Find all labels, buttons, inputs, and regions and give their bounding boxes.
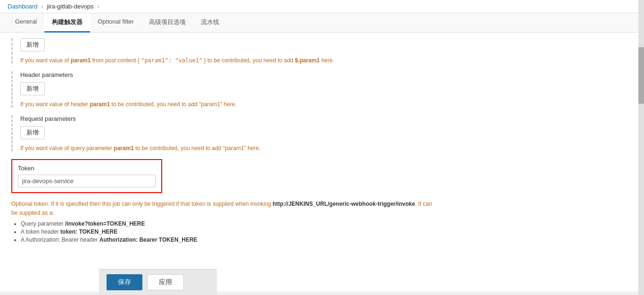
bullet-query-param: Query parameter /invoke?token=TOKEN_HERE — [21, 220, 636, 227]
jenkins-url-link[interactable]: http://JENKINS_URL/generic-webhook-trigg… — [272, 201, 415, 207]
add-request-param-button[interactable]: 新增 — [20, 126, 45, 139]
breadcrumb-dashboard[interactable]: Dashboard — [8, 3, 38, 10]
token-section: Token — [11, 159, 162, 193]
post-content-section: 新增 If you want value of param1 from post… — [11, 38, 636, 64]
tab-build-trigger[interactable]: 构建触发器 — [44, 13, 90, 33]
bullet-token-header: A token header token: TOKEN_HERE — [21, 228, 636, 235]
action-bar: 保存 应用 — [99, 269, 217, 295]
add-post-param-button[interactable]: 新增 — [20, 38, 45, 51]
tab-pipeline[interactable]: 流水线 — [193, 13, 227, 33]
add-header-param-button[interactable]: 新增 — [20, 82, 45, 95]
breadcrumb-sep1: › — [41, 3, 43, 10]
header-params-section: Header parameters 新增 If you want value o… — [11, 71, 636, 108]
panel-content: 新增 If you want value of param1 from post… — [0, 33, 644, 292]
tab-bar: General 构建触发器 Optional filter 高级项目选项 流水线 — [0, 13, 644, 33]
request-info-text: If you want value of query parameter par… — [20, 145, 636, 152]
header-info-text: If you want value of header param1 to be… — [20, 101, 636, 108]
scrollbar-thumb[interactable] — [638, 47, 644, 104]
token-section-wrapper: Token Optional token. If it is specified… — [11, 159, 636, 243]
main-content: General 构建触发器 Optional filter 高级项目选项 流水线… — [0, 13, 644, 292]
token-label: Token — [18, 165, 156, 172]
header-params-title: Header parameters — [20, 71, 636, 78]
request-params-title: Request parameters — [20, 115, 636, 122]
bullet-auth-header: A Authorization: Bearer header Authoriza… — [21, 236, 636, 243]
breadcrumb-project[interactable]: jira-gitlab-devops — [47, 3, 94, 10]
breadcrumb-sep2: › — [98, 3, 99, 10]
global-scrollbar[interactable] — [638, 0, 644, 295]
tab-advanced-options[interactable]: 高级项目选项 — [141, 13, 193, 33]
tab-general[interactable]: General — [8, 13, 44, 33]
tab-optional-filter[interactable]: Optional filter — [90, 13, 141, 33]
token-bullet-list: Query parameter /invoke?token=TOKEN_HERE… — [21, 220, 636, 243]
save-button[interactable]: 保存 — [107, 274, 142, 290]
breadcrumb-bar: Dashboard › jira-gitlab-devops › — [0, 0, 644, 13]
token-input[interactable] — [18, 175, 156, 187]
optional-token-text: Optional token. If it is specified then … — [11, 200, 436, 218]
request-params-section: Request parameters 新增 If you want value … — [11, 115, 636, 152]
apply-button[interactable]: 应用 — [147, 274, 184, 290]
post-info-text: If you want value of param1 from post co… — [20, 57, 636, 64]
